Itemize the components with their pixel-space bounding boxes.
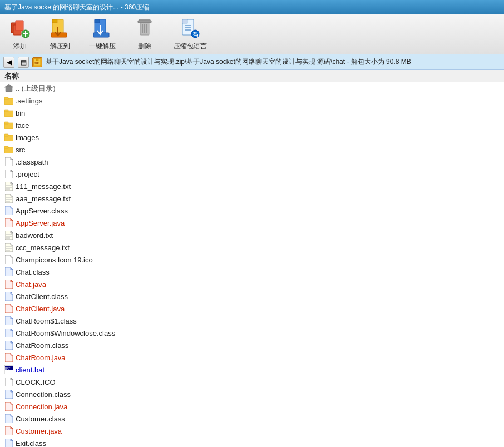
java-file-icon	[4, 353, 13, 362]
java-file-icon	[4, 426, 13, 435]
svg-text:码: 码	[192, 32, 198, 37]
class-file-icon	[4, 414, 13, 423]
file-name: Exit.class	[16, 439, 46, 448]
list-item[interactable]: .project	[0, 168, 504, 180]
svg-marker-98	[11, 414, 13, 416]
class-file-icon	[4, 316, 13, 325]
file-name: ccc_message.txt	[16, 244, 70, 252]
list-item[interactable]: ChatRoom$Windowclose.class	[0, 327, 504, 339]
svg-rect-19	[138, 21, 151, 23]
list-item[interactable]: AppServer.java	[0, 217, 504, 229]
list-item[interactable]: ChatRoom$1.class	[0, 315, 504, 327]
nav-list-button[interactable]: ▤	[18, 57, 29, 68]
list-item[interactable]: src	[0, 143, 504, 156]
file-name: badword.txt	[16, 231, 53, 240]
title-bar: 基了Java socket的网络聊天室的设计... - 360压缩	[0, 0, 504, 14]
add-label: 添加	[13, 42, 27, 51]
list-item[interactable]: ChatClient.java	[0, 302, 504, 315]
class-file-icon	[4, 267, 13, 276]
list-item[interactable]: badword.txt	[0, 229, 504, 241]
onekey-icon	[91, 17, 113, 39]
list-item[interactable]: BAT client.bat	[0, 364, 504, 376]
class-file-icon	[4, 206, 13, 215]
java-file-icon	[4, 304, 13, 313]
toolbar: 添加 解压到 一键解压 删除 码 压缩包语言	[0, 14, 504, 54]
svg-rect-28	[36, 59, 38, 61]
svg-marker-66	[11, 243, 13, 245]
class-file-icon	[4, 390, 13, 399]
svg-marker-100	[11, 426, 13, 429]
generic-file-icon	[4, 378, 13, 386]
list-item[interactable]: .. (上级目录)	[0, 82, 504, 95]
svg-rect-39	[4, 134, 8, 136]
list-item[interactable]: .settings	[0, 95, 504, 107]
delete-icon	[134, 17, 156, 39]
toolbar-delete-button[interactable]: 删除	[129, 15, 160, 53]
file-name: AppServer.java	[16, 219, 65, 227]
txt-file-icon	[4, 243, 13, 252]
list-item[interactable]: ChatClient.class	[0, 290, 504, 302]
file-name: aaa_message.txt	[16, 195, 71, 203]
file-name: bin	[16, 109, 25, 117]
file-name: CLOCK.ICO	[16, 378, 56, 386]
file-name: images	[16, 133, 39, 142]
svg-rect-31	[6, 87, 12, 92]
list-item[interactable]: images	[0, 131, 504, 143]
list-item[interactable]: aaa_message.txt	[0, 192, 504, 205]
list-item[interactable]: ChatRoom.class	[0, 339, 504, 351]
file-name: ChatRoom$Windowclose.class	[16, 329, 115, 337]
list-header: 名称	[0, 70, 504, 82]
list-item[interactable]: Chat.class	[0, 266, 504, 278]
delete-label: 删除	[138, 42, 151, 51]
list-item[interactable]: .classpath	[0, 156, 504, 168]
list-item[interactable]: CLOCK.ICO	[0, 376, 504, 388]
txt-file-icon	[4, 231, 13, 240]
file-name: ChatClient.java	[16, 305, 65, 313]
svg-marker-81	[11, 316, 13, 319]
zip-icon: ZIP	[32, 57, 42, 67]
list-item[interactable]: ccc_message.txt	[0, 241, 504, 254]
onekey-label: 一键解压	[89, 42, 116, 51]
svg-marker-71	[11, 255, 13, 257]
list-item[interactable]: Connection.java	[0, 400, 504, 413]
list-item[interactable]: bin	[0, 107, 504, 119]
list-item[interactable]: 111_message.txt	[0, 180, 504, 192]
nav-back-button[interactable]: ◀	[3, 57, 14, 68]
class-file-icon	[4, 439, 13, 447]
list-item[interactable]: Champicons Icon 19.ico	[0, 254, 504, 266]
file-name: .classpath	[16, 158, 48, 166]
svg-marker-75	[11, 280, 13, 282]
file-name: Connection.java	[16, 403, 67, 411]
list-item[interactable]: Customer.java	[0, 425, 504, 437]
list-item[interactable]: Exit.class	[0, 437, 504, 447]
file-name: Chat.class	[16, 268, 50, 276]
path-bar: ◀ ▤ ZIP 基于Java socket的网络聊天室的设计与实现.zip\基于…	[0, 54, 504, 70]
toolbar-add-button[interactable]: 添加	[4, 15, 36, 53]
list-item[interactable]: Chat.java	[0, 278, 504, 290]
file-list[interactable]: .. (上级目录) .settings bin face images src …	[0, 82, 504, 447]
list-item[interactable]: AppServer.class	[0, 205, 504, 217]
svg-marker-43	[11, 157, 13, 160]
toolbar-onekey-button[interactable]: 一键解压	[85, 15, 120, 53]
java-file-icon	[4, 402, 13, 411]
java-file-icon	[4, 280, 13, 289]
svg-marker-52	[11, 194, 13, 196]
list-item[interactable]: Customer.class	[0, 413, 504, 425]
generic-file-icon	[4, 255, 13, 264]
compress-label: 压缩包语言	[174, 42, 207, 51]
file-name: ChatRoom$1.class	[16, 317, 77, 325]
list-item[interactable]: Connection.class	[0, 388, 504, 400]
svg-marker-59	[11, 218, 13, 221]
file-name: client.bat	[16, 366, 45, 374]
list-item[interactable]: ChatRoom.java	[0, 351, 504, 364]
list-item[interactable]: face	[0, 119, 504, 131]
file-name: .project	[16, 170, 39, 178]
toolbar-extract-button[interactable]: 解压到	[45, 15, 76, 53]
folder-icon	[4, 121, 13, 130]
class-file-icon	[4, 329, 13, 337]
svg-rect-11	[95, 19, 100, 23]
file-name: AppServer.class	[16, 207, 68, 215]
toolbar-compress-button[interactable]: 码 压缩包语言	[169, 15, 211, 53]
file-name: Connection.class	[16, 390, 71, 399]
svg-marker-79	[11, 304, 13, 306]
